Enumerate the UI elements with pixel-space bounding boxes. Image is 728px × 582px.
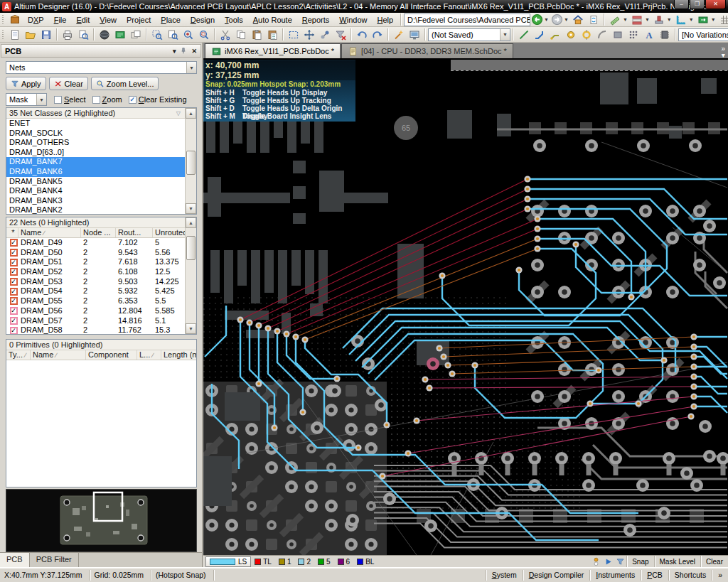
save-icon[interactable] (38, 28, 54, 42)
move-icon[interactable] (301, 28, 317, 42)
cut-icon[interactable] (218, 28, 233, 42)
scroll-thumb[interactable] (186, 236, 196, 260)
paste-array-icon[interactable] (264, 28, 280, 42)
menu-view[interactable]: View (95, 14, 122, 26)
layer-tab-bl[interactable]: BL (353, 558, 378, 566)
instruments-button[interactable]: Instruments (589, 570, 641, 581)
design-compiler-button[interactable]: Design Compiler (523, 570, 590, 581)
toolbar-grip[interactable] (1, 29, 4, 41)
dxp-box-icon[interactable] (7, 13, 23, 27)
chevron-down-icon[interactable]: ▼ (711, 17, 716, 22)
array-icon[interactable] (626, 28, 641, 42)
system-button[interactable]: System (486, 570, 523, 581)
net-class-row[interactable]: ENET (6, 119, 186, 129)
select-area-icon[interactable] (286, 28, 301, 42)
net-enable-checkbox[interactable]: ✓ (10, 288, 18, 296)
shortcuts-button[interactable]: Shortcuts (668, 570, 712, 581)
panel-mode-select[interactable]: Nets ▼ (6, 61, 197, 74)
component-icon[interactable] (657, 28, 673, 42)
scrollbar[interactable]: ▲▼ (185, 217, 196, 334)
mask-level-button[interactable]: Mask Level (654, 556, 701, 567)
fill-icon[interactable] (610, 28, 626, 42)
column-header[interactable]: Name∕ (18, 228, 81, 237)
reposition-icon[interactable] (317, 28, 333, 42)
pcb-editor-canvas[interactable]: 65 x: 40,700 mm y: 37,125 mm Snap: 0.025… (203, 58, 728, 555)
column-header[interactable]: Component (86, 350, 137, 360)
open-icon[interactable] (23, 28, 38, 42)
net-row[interactable]: ✓DRAM_D5526.3535.5 (6, 296, 186, 306)
net-enable-checkbox[interactable]: ✓ (10, 327, 18, 335)
column-header[interactable]: Rout... (116, 228, 153, 237)
string-icon[interactable]: A (641, 28, 657, 42)
workspace-icon[interactable] (128, 28, 144, 42)
layer-tab-active[interactable]: LS (205, 556, 251, 567)
apply-button[interactable]: Apply (6, 77, 46, 90)
zoom-document-icon[interactable] (165, 28, 181, 42)
route-icon[interactable] (532, 28, 547, 42)
net-class-row[interactable]: DRAM_BANK2 (6, 205, 186, 215)
redo-icon[interactable] (370, 28, 385, 42)
net-enable-checkbox[interactable]: ✓ (10, 297, 18, 305)
filter-icon[interactable] (614, 557, 626, 566)
panel-tab-pcb[interactable]: PCB (0, 553, 30, 567)
menu-help[interactable]: Help (372, 14, 398, 26)
column-header[interactable]: * (6, 228, 18, 237)
chevron-down-icon[interactable]: ▼ (623, 17, 628, 22)
wand-icon[interactable] (391, 28, 407, 42)
clear-button[interactable]: Clear (49, 77, 88, 90)
net-class-row[interactable]: DRAM_BANK5 (6, 177, 186, 187)
panel-tab-pcb-filter[interactable]: PCB Filter (30, 553, 79, 567)
minimize-button[interactable]: – (674, 0, 689, 9)
more-tabs-chevron[interactable]: »▾ (721, 45, 728, 58)
print-preview-icon[interactable] (75, 28, 91, 42)
net-class-row[interactable]: DRAM_OTHERS (6, 138, 186, 148)
saved-combo[interactable]: (Not Saved)▼ (428, 28, 510, 41)
zoom-level-button[interactable]: Zoom Level... (91, 77, 159, 90)
scroll-thumb[interactable] (186, 151, 196, 175)
layer-tab-2[interactable]: 2 (294, 558, 314, 566)
layer-tab-5[interactable]: 5 (314, 558, 334, 566)
net-row[interactable]: ✓DRAM_D58211.76215.3 (6, 325, 186, 335)
menu-design[interactable]: Design (186, 14, 220, 26)
chevron-down-icon[interactable]: ▼ (645, 17, 650, 22)
layer-tab-tl[interactable]: TL (251, 558, 275, 566)
scroll-down-button[interactable]: ▼ (186, 323, 196, 334)
snap-button[interactable]: Snap (626, 556, 653, 567)
net-row[interactable]: ✓DRAM_D5329.50314.225 (6, 277, 186, 287)
menu-reports[interactable]: Reports (297, 14, 335, 26)
status-dots-icon[interactable] (590, 557, 602, 566)
grid-hash-icon[interactable] (717, 13, 728, 27)
toolbar-grip[interactable] (1, 14, 4, 26)
column-header[interactable]: Ty...∕ (6, 350, 31, 360)
board-view-icon[interactable] (695, 13, 711, 27)
menu-auto-route[interactable]: Auto Route (248, 14, 297, 26)
undo-icon[interactable] (354, 28, 370, 42)
via-icon[interactable] (579, 28, 594, 42)
menu-window[interactable]: Window (334, 14, 372, 26)
home-icon[interactable] (570, 13, 586, 27)
stamp-icon[interactable] (651, 13, 667, 27)
scroll-up-button[interactable]: ▲ (186, 217, 196, 228)
mask-select[interactable]: Mask ▼ (6, 93, 47, 106)
net-enable-checkbox[interactable]: ✓ (10, 268, 18, 276)
address-combo[interactable]: D:\Fedevel Courses\Advanced PCB▼ (404, 14, 530, 26)
print-icon[interactable] (60, 28, 75, 42)
corner-ruler-icon[interactable] (673, 13, 689, 27)
scroll-down-button[interactable]: ▼ (186, 203, 196, 214)
zoom-selection-icon[interactable] (196, 28, 212, 42)
maximize-button[interactable]: ❐ (690, 0, 705, 9)
select-checkbox[interactable] (54, 96, 62, 104)
sync-doc-icon[interactable] (586, 13, 601, 27)
net-class-row[interactable]: DRAM_BANK3 (6, 196, 186, 206)
pin-icon[interactable] (180, 47, 187, 55)
forward-nav-button[interactable] (551, 14, 563, 26)
layer-tab-1[interactable]: 1 (275, 558, 295, 566)
line-icon[interactable] (516, 28, 532, 42)
fanout-icon[interactable] (547, 28, 563, 42)
pad-icon[interactable] (563, 28, 579, 42)
net-row[interactable]: ✓DRAM_D4927.1025 (6, 238, 186, 248)
net-class-row[interactable]: DRAM_BANK4 (6, 186, 186, 196)
new-document-icon[interactable] (7, 28, 23, 42)
menu-dxp[interactable]: DXP (23, 14, 49, 26)
board-icon[interactable] (112, 28, 128, 42)
